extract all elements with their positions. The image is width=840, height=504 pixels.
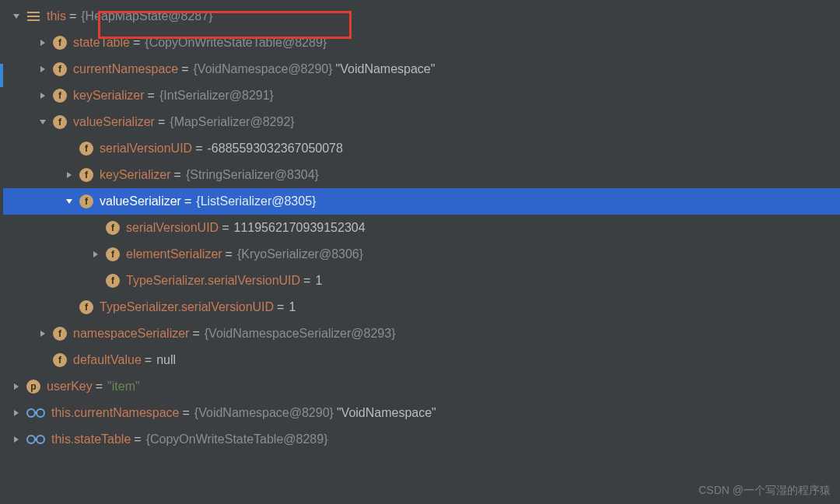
svg-point-4 [37,409,44,417]
watch-icon [26,406,45,420]
variable-name: this.stateTable [51,432,131,446]
field-icon: f [53,36,67,50]
breakpoint-marker [0,64,3,87]
equals-sign: = [134,432,141,446]
field-icon: f [106,247,120,261]
expand-arrow-right-icon[interactable] [90,249,101,260]
tree-row[interactable]: fkeySerializer = {StringSerializer@8304} [0,162,840,188]
variable-value: 1119562170939152304 [234,221,366,235]
svg-point-5 [27,436,35,443]
equals-sign: = [183,406,190,420]
equals-sign: = [195,142,202,156]
svg-rect-1 [27,16,40,17]
equals-sign: = [145,353,152,367]
variable-name: currentNamespace [73,62,178,76]
svg-rect-2 [27,19,40,21]
expand-arrow-right-icon[interactable] [37,90,48,101]
field-icon: f [53,327,67,341]
field-icon: f [53,353,67,367]
svg-point-3 [27,409,35,417]
variable-name: elementSerializer [126,247,222,261]
svg-rect-0 [27,12,40,13]
variable-name: valueSerializer [100,194,181,208]
expand-arrow-down-icon[interactable] [64,196,75,207]
variable-value: {CopyOnWriteStateTable@8289} [146,432,328,446]
variable-value: 1 [289,300,296,314]
tree-row[interactable]: fTypeSerializer.serialVersionUID = 1 [0,294,840,320]
tree-row[interactable]: fstateTable = {CopyOnWriteStateTable@828… [0,30,840,56]
equals-sign: = [184,194,191,208]
variable-name: serialVersionUID [126,221,219,235]
equals-sign: = [148,89,155,103]
field-icon: f [79,142,93,156]
field-icon: f [106,274,120,288]
field-icon: f [79,168,93,182]
tree-row[interactable]: puserKey = "item" [0,373,840,400]
expand-arrow-right-icon[interactable] [11,434,22,445]
variable-name: namespaceSerializer [73,327,189,341]
expand-arrow-right-icon[interactable] [11,381,22,392]
svg-point-6 [37,436,44,443]
tree-row[interactable]: felementSerializer = {KryoSerializer@830… [0,241,840,268]
variable-name: TypeSerializer.serialVersionUID [100,300,274,314]
equals-sign: = [69,9,76,23]
tree-row[interactable]: fTypeSerializer.serialVersionUID = 1 [0,268,840,294]
tree-row[interactable]: this = {HeapMapState@8287} [0,3,840,30]
variable-name: keySerializer [73,89,145,103]
variable-value: 1 [315,274,322,288]
this-icon [26,9,40,23]
field-icon: f [106,221,120,235]
equals-sign: = [181,62,188,76]
equals-sign: = [158,115,165,129]
field-icon: f [79,300,93,314]
variable-value: {ListSerializer@8305} [196,194,316,208]
variable-value: "item" [107,380,140,394]
variable-value: {HeapMapState@8287} [81,9,212,23]
watch-icon [26,432,45,446]
tree-row[interactable]: fkeySerializer = {IntSerializer@8291} [0,82,840,109]
expand-arrow-down-icon[interactable] [11,11,22,22]
tree-row[interactable]: this.currentNamespace = {VoidNamespace@8… [0,400,840,426]
equals-sign: = [277,300,284,314]
variable-string-repr: "VoidNamespace" [336,62,436,76]
equals-sign: = [192,327,199,341]
variable-value: {CopyOnWriteStateTable@8289} [145,36,327,50]
field-icon: f [53,62,67,76]
variable-name: TypeSerializer.serialVersionUID [126,274,300,288]
expand-arrow-right-icon[interactable] [37,328,48,339]
variable-name: serialVersionUID [100,142,192,156]
variable-value: null [156,353,176,367]
variable-name: userKey [47,380,93,394]
equals-sign: = [303,274,310,288]
variable-name: this.currentNamespace [51,406,180,420]
tree-row[interactable]: fvalueSerializer = {ListSerializer@8305} [0,188,840,215]
field-icon: f [79,194,93,208]
equals-sign: = [174,168,181,182]
tree-row[interactable]: fdefaultValue = null [0,347,840,373]
equals-sign: = [96,380,103,394]
variable-string-repr: "VoidNamespace" [337,406,436,420]
variable-value: {IntSerializer@8291} [159,89,274,103]
expand-arrow-right-icon[interactable] [37,37,48,48]
variable-value: {KryoSerializer@8306} [237,247,363,261]
equals-sign: = [133,36,140,50]
tree-row[interactable]: fnamespaceSerializer = {VoidNamespaceSer… [0,320,840,347]
tree-row[interactable]: fcurrentNamespace = {VoidNamespace@8290}… [0,56,840,82]
variable-value: {VoidNamespace@8290} [194,62,333,76]
tree-row[interactable]: fserialVersionUID = -6885593032367050078 [0,135,840,162]
expand-arrow-right-icon[interactable] [37,64,48,75]
variable-value: -6885593032367050078 [208,142,343,156]
variable-name: valueSerializer [73,115,155,129]
equals-sign: = [222,221,229,235]
variables-tree[interactable]: this = {HeapMapState@8287}fstateTable = … [0,0,840,453]
expand-arrow-right-icon[interactable] [11,408,22,418]
tree-row[interactable]: fvalueSerializer = {MapSerializer@8292} [0,109,840,135]
variable-value: {VoidNamespaceSerializer@8293} [205,327,396,341]
tree-row[interactable]: this.stateTable = {CopyOnWriteStateTable… [0,426,840,453]
expand-arrow-down-icon[interactable] [37,117,48,128]
variable-name: keySerializer [100,168,171,182]
field-icon: f [53,115,67,129]
expand-arrow-right-icon[interactable] [64,170,75,180]
tree-row[interactable]: fserialVersionUID = 1119562170939152304 [0,215,840,241]
parameter-icon: p [26,380,40,394]
